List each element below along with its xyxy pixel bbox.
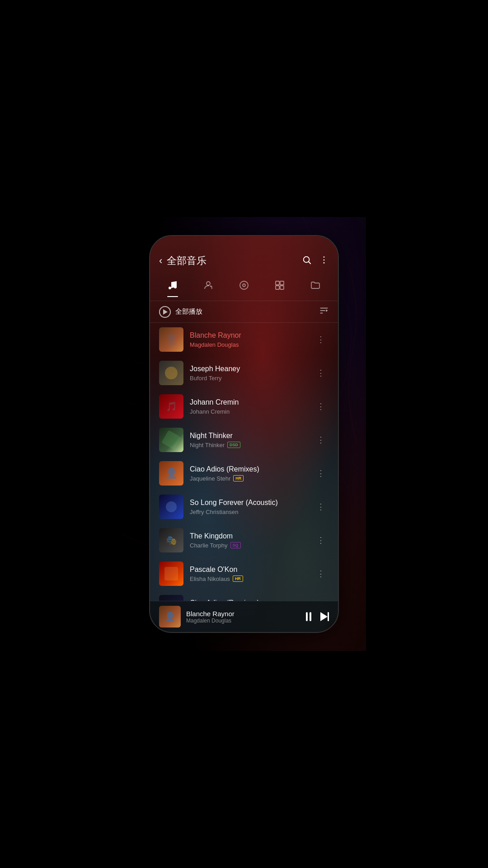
svg-point-2 [324, 256, 325, 258]
song-subtitle: Johann Cremin [190, 408, 307, 415]
song-thumbnail [159, 595, 183, 601]
svg-point-3 [324, 259, 325, 260]
song-more-button[interactable]: ⋮ [313, 500, 329, 514]
skip-bar-icon [328, 612, 329, 621]
song-title: Pascale O'Kon [190, 566, 307, 574]
song-subtitle: Night Thinker DSD [190, 442, 307, 448]
svg-point-7 [206, 282, 210, 285]
song-thumbnail: 🎭 [159, 528, 183, 552]
play-all-bar[interactable]: 全部播放 [150, 301, 338, 323]
song-info: So Long Forever (Acoustic) Jeffry Christ… [190, 499, 307, 515]
now-playing-title: Blanche Raynor [186, 610, 300, 618]
thumb-img: 🎭 [159, 528, 183, 552]
song-thumbnail: 👤 [159, 461, 183, 486]
thumb-img [159, 361, 183, 385]
svg-point-4 [324, 262, 325, 264]
playback-controls [306, 612, 329, 621]
play-triangle-icon [163, 309, 168, 315]
song-thumbnail: 🎵 [159, 394, 183, 419]
tab-songs[interactable] [162, 278, 183, 295]
phone-wrapper: ‹ 全部音乐 [122, 217, 366, 651]
song-info: Ciao Adios (Remixes) Jaqueline Stehr HR [190, 465, 307, 482]
play-circle [159, 306, 171, 318]
song-artist: Magdalen Douglas [190, 341, 239, 348]
song-title: The Kingdom [190, 532, 307, 540]
song-info: The Kingdom Charlie Torphy SQ [190, 532, 307, 549]
song-more-button[interactable]: ⋮ [313, 366, 329, 380]
song-info: Blanche Raynor Magdalen Douglas [190, 331, 307, 348]
song-more-button[interactable]: ⋮ [313, 533, 329, 547]
tab-folders[interactable] [305, 278, 326, 295]
song-more-button[interactable]: ⋮ [313, 433, 329, 447]
song-artist: Night Thinker [190, 442, 225, 448]
more-menu-icon[interactable] [319, 255, 329, 267]
status-bar [150, 236, 338, 250]
thumb-img: 👤 [159, 327, 183, 352]
now-playing-artist: Magdalen Douglas [186, 618, 300, 624]
song-subtitle: Charlie Torphy SQ [190, 542, 307, 549]
phone-screen: ‹ 全部音乐 [150, 236, 338, 632]
list-item[interactable]: 👤 Ciao Adios (Remixes) Jaqueline Stehr H… [150, 457, 338, 490]
song-artist: Jaqueline Stehr [190, 475, 230, 482]
song-info: Pascale O'Kon Elisha Nikolaus HR [190, 566, 307, 582]
pause-bar-right [310, 612, 311, 621]
song-title: Night Thinker [190, 432, 307, 440]
list-item[interactable]: Night Thinker Night Thinker DSD ⋮ [150, 423, 338, 457]
song-thumbnail [159, 361, 183, 385]
sort-icon[interactable] [319, 306, 329, 318]
svg-point-0 [304, 256, 310, 262]
song-subtitle: Elisha Nikolaus HR [190, 576, 307, 582]
song-more-button[interactable]: ⋮ [313, 567, 329, 580]
song-artist: Charlie Torphy [190, 542, 228, 549]
song-artist: Johann Cremin [190, 408, 230, 415]
song-subtitle: Jaqueline Stehr HR [190, 475, 307, 482]
music-note-icon [167, 280, 178, 293]
header-right [302, 255, 329, 267]
playlist-icon [274, 280, 285, 293]
header-left: ‹ 全部音乐 [159, 254, 206, 268]
song-info: Johann Cremin Johann Cremin [190, 398, 307, 415]
quality-badge-hr: HR [233, 576, 243, 582]
song-info: Joseph Heaney Buford Terry [190, 365, 307, 382]
phone-frame: ‹ 全部音乐 [149, 235, 339, 633]
song-more-button[interactable]: ⋮ [313, 467, 329, 480]
song-artist: Elisha Nikolaus [190, 576, 230, 582]
song-subtitle: Magdalen Douglas [190, 341, 307, 348]
list-item[interactable]: Joseph Heaney Buford Terry ⋮ [150, 356, 338, 390]
back-button[interactable]: ‹ [159, 255, 162, 267]
svg-line-1 [309, 262, 310, 264]
tab-artists[interactable] [197, 278, 219, 295]
thumb-img: 👤 [159, 461, 183, 486]
list-item[interactable]: 🎵 Johann Cremin Johann Cremin ⋮ [150, 390, 338, 423]
song-title: Blanche Raynor [190, 331, 307, 340]
song-thumbnail [159, 561, 183, 586]
tab-albums[interactable] [233, 278, 255, 295]
list-item[interactable]: Pascale O'Kon Elisha Nikolaus HR ⋮ [150, 557, 338, 590]
song-thumbnail [159, 428, 183, 452]
svg-rect-10 [276, 281, 279, 285]
album-icon [239, 280, 249, 293]
thumb-img [159, 561, 183, 586]
skip-next-button[interactable] [320, 612, 329, 621]
song-more-button[interactable]: ⋮ [313, 400, 329, 413]
play-all-left: 全部播放 [159, 306, 202, 318]
song-artist: Buford Terry [190, 375, 222, 382]
song-more-button[interactable]: ⋮ [313, 333, 329, 346]
song-thumbnail: 👤 [159, 327, 183, 352]
list-item[interactable]: Ciao Adios (Remixes) Willis Osinski ⋮ [150, 590, 338, 601]
list-item[interactable]: 🎭 The Kingdom Charlie Torphy SQ ⋮ [150, 524, 338, 557]
song-title: So Long Forever (Acoustic) [190, 499, 307, 507]
pause-bar-left [306, 612, 308, 621]
pause-button[interactable] [306, 612, 311, 621]
tab-playlists[interactable] [269, 278, 291, 295]
now-playing-bar[interactable]: 👤 Blanche Raynor Magdalen Douglas [150, 601, 338, 632]
list-item[interactable]: 👤 Blanche Raynor Magdalen Douglas ⋮ [150, 323, 338, 356]
thumb-img [159, 428, 183, 452]
search-icon[interactable] [302, 255, 312, 267]
thumb-img: 🎵 [159, 394, 183, 419]
list-item[interactable]: So Long Forever (Acoustic) Jeffry Christ… [150, 490, 338, 524]
song-artist: Jeffry Christiansen [190, 509, 238, 515]
song-title: Joseph Heaney [190, 365, 307, 373]
tab-bar [150, 274, 338, 301]
page-title: 全部音乐 [167, 254, 206, 268]
